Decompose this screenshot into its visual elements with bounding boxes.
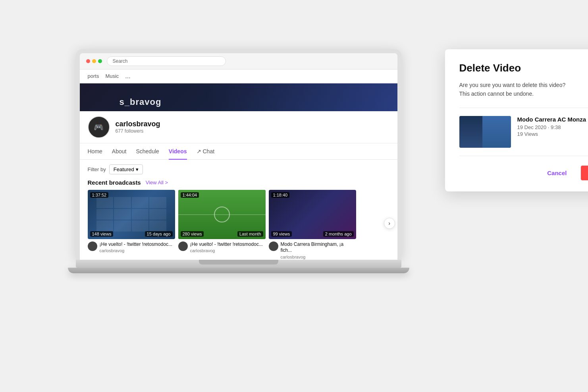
modal-video-row: Modo Carrera AC Monza ... 19 Dec 2020 · … [459,116,588,148]
video-channel-avatar-2 [178,241,188,251]
thumb-cell [132,209,149,220]
recent-broadcasts-header: Recent broadcasts View All > [88,179,389,186]
browser-address-bar[interactable]: Search [107,56,226,66]
channel-nav-chat[interactable]: ↗ Chat [197,143,215,159]
filter-dropdown[interactable]: Featured ▾ [109,164,143,174]
modal-thumb-right [482,116,511,148]
modal-video-details: Modo Carrera AC Monza ... 19 Dec 2020 · … [517,116,588,137]
nav-item-music[interactable]: Music [105,73,119,79]
video-meta-3: Modo Carrera Birmingham, ¡a fich... carl… [269,241,356,259]
laptop-foot [68,268,409,273]
browser-window-controls [86,59,102,63]
video-card-3[interactable]: 1:18:40 99 views 2 months ago Modo Carre… [269,190,356,259]
channel-nav-schedule[interactable]: Schedule [136,143,159,159]
video-duration-3: 1:18:40 [271,192,290,198]
video-info-3: Modo Carrera Birmingham, ¡a fich... carl… [281,241,356,259]
channel-banner-text: s_bravog [120,97,162,107]
video-thumbnail-2: 1:44:04 280 views Last month [178,190,266,239]
nav-more-button[interactable]: ... [125,73,130,80]
chevron-down-icon: ▾ [136,166,139,172]
video-meta-2: ¡He vuelto! - !twitter !retosmodoc... ca… [178,241,266,253]
field-center-line [178,214,266,215]
chat-arrow-icon: ↗ [197,148,201,154]
video-channel-2: carlosbravog [190,248,266,253]
avatar: 🎮 [88,116,110,138]
video-channel-avatar-3 [269,241,278,251]
videos-section: Filter by Featured ▾ Recent broadcasts V… [80,160,397,260]
cancel-button[interactable]: Cancel [541,166,573,180]
thumb-cell [149,197,166,208]
video-age-1: 15 days ago [145,231,173,237]
video-channel-1: carlosbravog [100,248,175,253]
filter-row: Filter by Featured ▾ [88,164,389,174]
minimize-dot[interactable] [92,59,96,63]
filter-value: Featured [114,166,134,172]
video-channel-avatar-1 [88,241,97,251]
nav-item-sports[interactable]: ports [88,73,99,79]
modal-description-line2: This action cannot be undone. [459,91,534,97]
video-views-1: 148 views [90,231,114,237]
modal-video-views: 19 Views [517,131,588,137]
channel-name: carlosbravog [116,120,160,128]
video-duration-1: 1:37:52 [90,192,109,198]
video-title-1: ¡He vuelto! - !twitter !retosmodoc... [100,241,175,248]
modal-divider-bottom [459,156,588,156]
video-views-3: 99 views [271,231,292,237]
video-card-2[interactable]: 1:44:04 280 views Last month ¡He vuelto!… [178,190,266,259]
modal-video-thumbnail [459,116,511,148]
laptop: Search ports Music ... s_bravog [76,49,401,273]
modal-thumb-inner [459,116,511,148]
laptop-screen: Search ports Music ... s_bravog [80,53,397,260]
browser-bar: Search [80,53,397,70]
modal-actions: Cancel Delete [459,166,588,180]
video-age-2: Last month [237,231,263,237]
thumb-cell [132,197,149,208]
laptop-base [76,260,401,268]
close-dot[interactable] [86,59,90,63]
channel-info: 🎮 carlosbravog 677 followers [80,111,397,143]
video-card-1[interactable]: 1:37:52 148 views 15 days ago ¡He vuelto… [88,190,175,259]
site-navigation: ports Music ... [80,70,397,83]
video-info-2: ¡He vuelto! - !twitter !retosmodoc... ca… [190,241,266,253]
modal-thumb-left [459,116,483,148]
address-text: Search [113,58,128,64]
modal-description-line1: Are you sure you want to delete this vid… [459,82,566,88]
thumb-cell [149,220,166,232]
video-meta-1: ¡He vuelto! - !twitter !retosmodoc... ca… [88,241,175,253]
channel-followers: 677 followers [116,128,160,134]
chat-label: Chat [203,148,215,154]
modal-video-date: 19 Dec 2020 · 9:38 [517,124,588,130]
thumb-cell [96,209,114,220]
view-all-link[interactable]: View All > [146,180,168,185]
carousel-next-button[interactable]: › [384,218,395,229]
video-views-2: 280 views [181,231,204,237]
video-channel-3: carlosbravog [281,255,356,259]
delete-button[interactable]: Delete [581,166,588,180]
video-thumbnail-1: 1:37:52 148 views 15 days ago [88,190,175,239]
thumb-cell [114,197,131,208]
video-duration-2: 1:44:04 [181,192,199,198]
video-thumbnail-3: 1:18:40 99 views 2 months ago [269,190,356,239]
chevron-right-icon: › [388,220,390,226]
thumb-grid-lines [96,197,166,232]
thumb-cell [96,197,114,208]
video-title-2: ¡He vuelto! - !twitter !retosmodoc... [190,241,266,248]
video-grid: 1:37:52 148 views 15 days ago ¡He vuelto… [88,190,389,259]
video-info-1: ¡He vuelto! - !twitter !retosmodoc... ca… [100,241,175,253]
thumb-cell [114,209,131,220]
thumb-cell [132,220,149,232]
channel-nav-about[interactable]: About [112,143,127,159]
modal-title: Delete Video [459,62,588,74]
modal-video-title: Modo Carrera AC Monza ... [517,116,588,123]
modal-description: Are you sure you want to delete this vid… [459,81,588,98]
channel-nav-home[interactable]: Home [88,143,102,159]
video-title-3: Modo Carrera Birmingham, ¡a fich... [281,241,356,254]
laptop-screen-outer: Search ports Music ... s_bravog [76,49,401,260]
banner-accent [207,83,397,111]
avatar-icon: 🎮 [94,122,104,132]
thumb-cell [114,220,131,232]
maximize-dot[interactable] [98,59,102,63]
delete-video-modal: Delete Video Are you sure you want to de… [445,49,588,192]
channel-nav-videos[interactable]: Videos [169,143,187,159]
scene: Search ports Music ... s_bravog [56,25,532,367]
